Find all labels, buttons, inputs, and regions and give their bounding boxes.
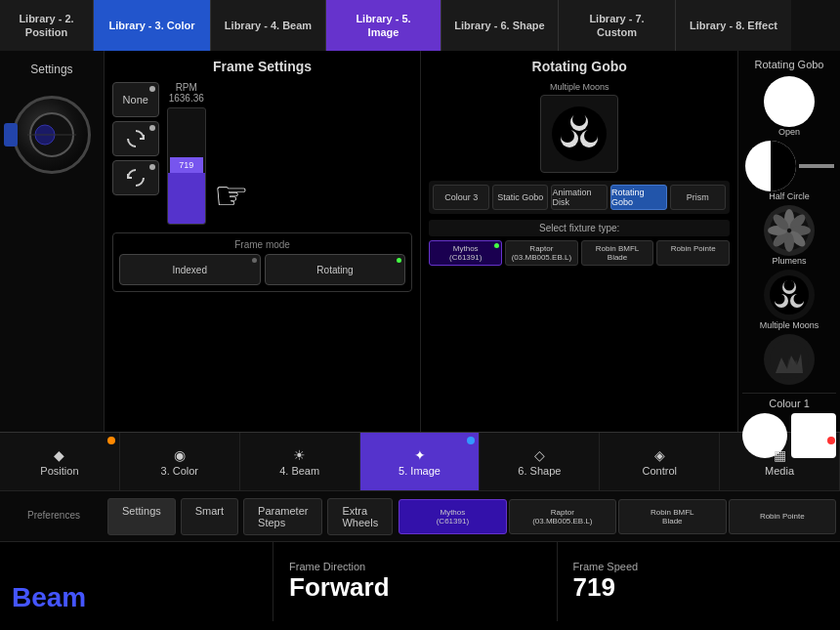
svg-point-21 <box>784 280 795 291</box>
mythos-dot <box>494 243 499 248</box>
tab-image[interactable]: Library - 5.Image <box>326 0 441 51</box>
gobo-half-row <box>745 141 834 191</box>
hand-cursor-icon: ☞ <box>214 176 249 215</box>
gobo-preview-box <box>540 95 618 173</box>
fixture-type-section: Select fixture type: Mythos(C61391) Rapt… <box>429 220 730 266</box>
fixture-type-robin-pointe[interactable]: Robin Pointe <box>656 240 730 266</box>
tab-custom[interactable]: Library - 7.Custom <box>559 0 676 51</box>
status-frame-speed: Frame Speed 719 <box>558 542 841 621</box>
fixture-bottom-row: Mythos(C61391) Raptor(03.MB005.EB.L) Rob… <box>395 499 840 534</box>
media-icon: ▦ <box>774 447 786 463</box>
frame-buttons-group: None <box>112 82 159 225</box>
svg-point-9 <box>584 129 598 143</box>
top-tab-bar: Library - 2. Position Library - 3. Color… <box>0 0 840 51</box>
gobo-tab-static[interactable]: Static Gobo <box>492 185 549 210</box>
tab-beam[interactable]: Library - 4. Beam <box>211 0 326 51</box>
media-dot <box>827 437 835 444</box>
fixture-bottom-mythos[interactable]: Mythos(C61391) <box>399 499 506 534</box>
gobo-open-circle <box>764 76 815 127</box>
gobo-moons-graphic <box>764 270 815 320</box>
tab-effect[interactable]: Library - 8. Effect <box>676 0 791 51</box>
frame-speed-value: 719 <box>573 572 825 603</box>
frame-btn-ccw-dot <box>149 164 155 170</box>
frame-mode-buttons: Indexed Rotating <box>119 254 406 285</box>
frame-mode-label: Frame mode <box>119 239 406 250</box>
pref-left: Preferences <box>0 506 107 527</box>
tab-position[interactable]: Library - 2. Position <box>0 0 94 51</box>
moons-gobo-svg <box>550 105 609 163</box>
frame-btn-rotate-ccw[interactable] <box>112 160 159 195</box>
bottom-tab-shape[interactable]: ◇ 6. Shape <box>480 433 600 490</box>
bottom-tab-beam[interactable]: ☀ 4. Beam <box>240 433 360 490</box>
rpm-marker: 719 <box>170 157 203 173</box>
pref-label: Preferences <box>27 510 80 521</box>
gobo-tab-row: Colour 3 Static Gobo Animation Disk Rota… <box>429 181 730 214</box>
pref-tabs: Settings Smart ParameterSteps ExtraWheel… <box>107 498 395 535</box>
frame-btn-none[interactable]: None <box>112 82 159 117</box>
gobo-open-label: Open <box>778 127 800 137</box>
moons-svg <box>768 273 811 316</box>
gobo-sidebar-forest[interactable] <box>742 334 836 385</box>
bottom-tab-image[interactable]: ✦ 5. Image <box>360 433 481 490</box>
image-dot <box>467 437 475 444</box>
bottom-tab-control[interactable]: ◈ Control <box>600 433 720 490</box>
preferences-bar: Preferences Settings Smart ParameterStep… <box>0 490 840 541</box>
gobo-tab-anim[interactable]: Animation Disk <box>551 185 608 210</box>
gobo-plumens-label: Plumens <box>773 256 807 266</box>
frame-mode-section: Frame mode Indexed Rotating <box>112 232 413 292</box>
rpm-slider[interactable]: 719 <box>167 107 206 225</box>
gobo-sidebar-halfcircle[interactable]: Half Circle <box>742 141 836 201</box>
bottom-tab-media[interactable]: ▦ Media <box>720 433 840 490</box>
fixture-type-row: Mythos(C61391) Raptor(03.MB005.EB.L) Rob… <box>429 240 730 266</box>
fixture-type-raptor[interactable]: Raptor(03.MB005.EB.L) <box>505 240 578 266</box>
gobo-sidebar-moons[interactable]: Multiple Moons <box>742 270 836 330</box>
frame-btn-rotate-cw[interactable] <box>112 121 159 156</box>
status-frame-direction: Frame Direction Forward <box>273 542 558 621</box>
rpm-fill <box>168 173 205 224</box>
color-icon: ◉ <box>174 447 186 463</box>
fixture-bottom-robinbmfl[interactable]: Robin BMFLBlade <box>618 499 726 534</box>
gobo-plumens-graphic <box>764 205 815 256</box>
rotating-gobo-title: Rotating Gobo <box>429 59 730 74</box>
fixture-bottom-robinpointe[interactable]: Robin Pointe <box>729 499 836 534</box>
gobo-tab-rotating[interactable]: Rotating Gobo <box>610 185 667 210</box>
fixture-type-robin-bmfl[interactable]: Robin BMFLBlade <box>581 240 654 266</box>
frame-settings-title: Frame Settings <box>112 59 413 74</box>
pref-tab-paramsteps[interactable]: ParameterSteps <box>243 498 322 535</box>
bottom-tab-position[interactable]: ◆ Position <box>0 433 120 490</box>
bottom-tab-color[interactable]: ◉ 3. Color <box>120 433 240 490</box>
frame-speed-label: Frame Speed <box>573 561 825 572</box>
main-content: Settings Frame Settings None <box>0 51 840 432</box>
tab-shape[interactable]: Library - 6. Shape <box>441 0 559 51</box>
gobo-moons-label: Multiple Moons <box>760 320 819 330</box>
gobo-name: Multiple Moons <box>550 82 609 92</box>
frame-dir-value: Forward <box>289 572 541 603</box>
tab-color[interactable]: Library - 3. Color <box>94 0 211 51</box>
beam-icon: ☀ <box>293 447 306 463</box>
gobo-half-label: Half Circle <box>769 191 810 201</box>
gobo-tab-colour3[interactable]: Colour 3 <box>433 185 489 210</box>
frame-mode-indexed[interactable]: Indexed <box>119 254 261 285</box>
svg-point-5 <box>572 112 586 126</box>
pref-tab-settings[interactable]: Settings <box>107 498 176 535</box>
rpm-label: RPM <box>176 82 197 93</box>
control-icon: ◈ <box>654 447 665 463</box>
fixture-preview <box>13 96 91 174</box>
gobo-sidebar-plumens[interactable]: Plumens <box>742 205 836 266</box>
frame-btn-none-dot <box>149 86 155 92</box>
colour1-label: Colour 1 <box>742 398 836 409</box>
position-icon: ◆ <box>54 447 64 463</box>
plumens-svg <box>768 209 811 252</box>
shape-icon: ◇ <box>534 447 545 463</box>
fixture-circle-svg <box>27 110 76 159</box>
gobo-tab-prism[interactable]: Prism <box>670 185 727 210</box>
pref-tab-smart[interactable]: Smart <box>181 498 238 535</box>
gobo-sidebar-open[interactable]: Open <box>742 76 836 137</box>
fixture-bottom-raptor[interactable]: Raptor(03.MB005.EB.L) <box>509 499 616 534</box>
indexed-dot <box>252 258 257 263</box>
frame-mode-rotating[interactable]: Rotating <box>265 254 406 285</box>
gobo-sidebar-title: Rotating Gobo <box>742 59 836 70</box>
frame-dir-label: Frame Direction <box>289 561 541 572</box>
fixture-type-mythos[interactable]: Mythos(C61391) <box>429 240 502 266</box>
pref-tab-extrawheels[interactable]: ExtraWheels <box>327 498 393 535</box>
